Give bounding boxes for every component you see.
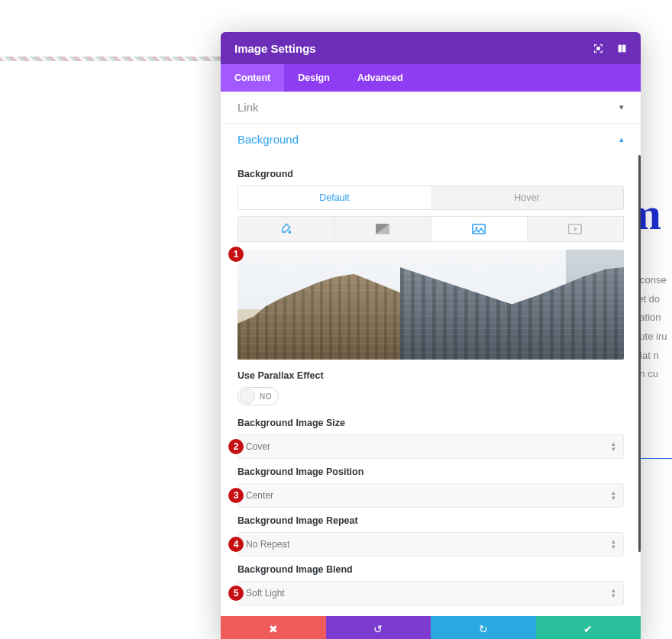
- tab-design[interactable]: Design: [284, 64, 344, 92]
- parallax-label: Use Parallax Effect: [237, 370, 624, 381]
- bg-size-select[interactable]: Cover ▴▾: [237, 434, 624, 459]
- expand-icon[interactable]: [593, 44, 603, 53]
- state-tab-default[interactable]: Default: [238, 186, 431, 209]
- toggle-knob: [240, 389, 255, 404]
- svg-rect-2: [622, 44, 625, 52]
- chevron-down-icon: ▾: [619, 102, 624, 112]
- background-label: Background: [237, 169, 624, 179]
- section-background-title: Background: [237, 133, 299, 146]
- bg-size-label: Background Image Size: [237, 418, 624, 428]
- section-background[interactable]: Background ▴: [221, 124, 641, 155]
- bg-blend-group: Background Image Blend 5 Soft Light ▴▾: [237, 564, 624, 605]
- svg-rect-1: [619, 44, 622, 52]
- annotation-5: 5: [228, 586, 244, 601]
- background-type-tabs: [237, 216, 624, 242]
- modal-header-actions: [593, 44, 627, 53]
- discard-button[interactable]: ✖: [221, 616, 326, 639]
- close-icon: ✖: [269, 623, 278, 635]
- bg-blend-label: Background Image Blend: [237, 564, 624, 575]
- bg-repeat-label: Background Image Repeat: [237, 515, 624, 526]
- bg-type-gradient[interactable]: [334, 216, 431, 242]
- tab-content[interactable]: Content: [221, 64, 284, 92]
- bg-repeat-value: No Repeat: [246, 539, 289, 550]
- bg-position-label: Background Image Position: [237, 466, 624, 477]
- modal-scrollbar[interactable]: [638, 155, 641, 552]
- bg-position-select[interactable]: Center ▴▾: [237, 483, 624, 508]
- svg-point-6: [476, 227, 478, 229]
- bg-blend-value: Soft Light: [246, 588, 285, 599]
- settings-tabs: Content Design Advanced: [221, 64, 641, 92]
- background-image-preview-wrap: 1: [237, 250, 624, 360]
- bg-blend-select[interactable]: Soft Light ▴▾: [237, 581, 624, 605]
- save-button[interactable]: ✔: [536, 616, 641, 639]
- background-image-preview[interactable]: [237, 250, 624, 360]
- tab-advanced[interactable]: Advanced: [344, 64, 417, 92]
- bg-repeat-select[interactable]: No Repeat ▴▾: [237, 532, 624, 557]
- image-settings-modal: Image Settings Content Design Advanced L…: [221, 32, 641, 639]
- section-link[interactable]: Link ▾: [221, 92, 641, 124]
- annotation-1: 1: [228, 247, 244, 262]
- section-link-title: Link: [237, 101, 259, 114]
- bg-position-group: Background Image Position 3 Center ▴▾: [237, 466, 624, 508]
- redo-icon: ↻: [479, 623, 488, 635]
- page-bg-stripe: [0, 56, 229, 61]
- section-background-content: Background Default Hover: [221, 155, 641, 616]
- bg-type-video[interactable]: [528, 216, 624, 242]
- svg-marker-8: [574, 227, 578, 231]
- parallax-toggle[interactable]: NO: [237, 387, 279, 405]
- undo-button[interactable]: ↺: [326, 616, 431, 639]
- modal-header: Image Settings: [221, 32, 641, 64]
- select-arrows-icon: ▴▾: [612, 588, 615, 599]
- annotation-2: 2: [228, 439, 244, 454]
- state-tabs: Default Hover: [237, 186, 624, 210]
- snap-columns-icon[interactable]: [617, 44, 627, 53]
- modal-footer: ✖ ↺ ↻ ✔: [221, 616, 641, 639]
- bg-repeat-group: Background Image Repeat 4 No Repeat ▴▾: [237, 515, 624, 557]
- redo-button[interactable]: ↻: [431, 616, 536, 639]
- modal-title: Image Settings: [234, 42, 316, 55]
- select-arrows-icon: ▴▾: [612, 539, 615, 550]
- modal-body: Link ▾ Background ▴ Background Default H…: [221, 92, 641, 616]
- bg-size-group: Background Image Size 2 Cover ▴▾: [237, 418, 624, 459]
- annotation-4: 4: [228, 537, 244, 552]
- bg-type-image[interactable]: [431, 216, 528, 242]
- bg-position-value: Center: [246, 490, 273, 501]
- chevron-up-icon: ▴: [619, 134, 624, 144]
- bg-size-value: Cover: [246, 441, 270, 452]
- select-arrows-icon: ▴▾: [612, 490, 615, 501]
- bg-type-color[interactable]: [237, 216, 334, 242]
- page-bg-divider: [638, 458, 672, 459]
- svg-rect-0: [597, 47, 599, 49]
- undo-icon: ↺: [373, 623, 383, 635]
- toggle-value: NO: [260, 392, 272, 401]
- select-arrows-icon: ▴▾: [612, 441, 615, 452]
- annotation-3: 3: [228, 488, 244, 503]
- state-tab-hover[interactable]: Hover: [431, 186, 623, 209]
- check-icon: ✔: [583, 623, 593, 635]
